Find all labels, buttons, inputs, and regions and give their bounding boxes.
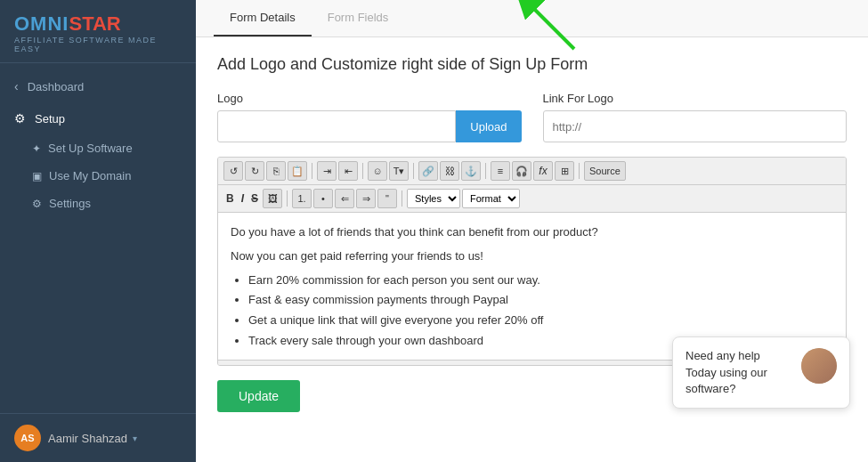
- sidebar-settings-label: Settings: [49, 197, 91, 210]
- sidebar-item-dashboard[interactable]: ‹ Dashboard: [0, 70, 196, 102]
- editor-bullet-1: Earn 20% commission for each person you …: [248, 272, 833, 290]
- logo-input[interactable]: [217, 110, 456, 142]
- logo-omni: OMNI: [14, 12, 69, 35]
- logo-input-row: Upload: [217, 110, 522, 142]
- logo-section: Logo Upload: [217, 92, 522, 142]
- sidebar-setup-software-label: Set Up Software: [48, 142, 133, 155]
- help-tooltip-content: Need any help Today using our software?: [685, 348, 792, 397]
- logo-label: Logo: [217, 92, 522, 105]
- help-tooltip: Need any help Today using our software?: [672, 336, 850, 409]
- monitor-icon: ▣: [32, 170, 42, 182]
- toolbar-decrease-indent-btn[interactable]: ⇐: [335, 189, 354, 208]
- help-text: Need any help Today using our software?: [685, 349, 767, 394]
- logo-star: STAR: [69, 12, 120, 35]
- toolbar-bold-btn[interactable]: B: [223, 192, 237, 205]
- toolbar-ul-btn[interactable]: •: [313, 189, 333, 208]
- toolbar-outdent-btn[interactable]: ⇤: [338, 161, 358, 181]
- user-menu[interactable]: AS Aamir Shahzad ▾: [0, 413, 196, 462]
- toolbar-sep-6: [287, 190, 288, 207]
- toolbar-image-btn[interactable]: 🖼: [263, 189, 282, 208]
- toolbar-sep-1: [312, 163, 312, 179]
- sidebar-dashboard-label: Dashboard: [28, 80, 85, 93]
- toolbar-row-2: B I S 🖼 1. • ⇐ ⇒ " Styles Format: [218, 185, 846, 213]
- gear-icon: ✦: [32, 142, 41, 155]
- chevron-left-icon: ‹: [14, 79, 19, 93]
- tab-form-details[interactable]: Form Details: [214, 0, 312, 36]
- update-button[interactable]: Update: [217, 380, 300, 412]
- toolbar-redo-btn[interactable]: ↻: [245, 161, 264, 181]
- toolbar-grid-btn[interactable]: ⊞: [555, 161, 574, 181]
- logo-subtitle: AFFILIATE SOFTWARE MADE EASY: [14, 36, 182, 53]
- sidebar-item-settings[interactable]: ⚙ Settings: [0, 190, 196, 217]
- toolbar-blockquote-btn[interactable]: ": [377, 189, 397, 208]
- toolbar-sep-5: [579, 163, 580, 179]
- toolbar-copy-btn[interactable]: ⎘: [266, 161, 286, 181]
- toolbar-increase-indent-btn[interactable]: ⇒: [356, 189, 376, 208]
- sidebar: OMNISTAR AFFILIATE SOFTWARE MADE EASY ‹ …: [0, 0, 196, 462]
- tab-form-fields[interactable]: Form Fields: [312, 0, 405, 36]
- help-avatar: [801, 348, 837, 384]
- link-label: Link For Logo: [543, 92, 848, 105]
- editor-bullet-3: Get a unique link that will give everyon…: [248, 312, 833, 330]
- app-logo: OMNISTAR AFFILIATE SOFTWARE MADE EASY: [0, 0, 196, 63]
- username-label: Aamir Shahzad: [48, 432, 127, 445]
- toolbar-italic-btn[interactable]: I: [239, 192, 247, 205]
- toolbar-link-btn[interactable]: 🔗: [418, 161, 438, 181]
- format-select[interactable]: Format: [462, 189, 520, 208]
- toolbar-headphone-btn[interactable]: 🎧: [512, 161, 531, 181]
- page-title: Add Logo and Customize right side of Sig…: [217, 55, 847, 74]
- toolbar-sep-4: [485, 163, 486, 179]
- help-avatar-image: [801, 348, 837, 384]
- upload-button[interactable]: Upload: [456, 110, 521, 142]
- toolbar-sep-2: [362, 163, 363, 179]
- editor-line-1: Do you have a lot of friends that you th…: [231, 223, 833, 242]
- styles-select[interactable]: Styles: [407, 189, 460, 208]
- editor-bullet-2: Fast & easy commission payments through …: [248, 291, 833, 310]
- settings-icon: ⚙: [32, 198, 42, 210]
- avatar: AS: [14, 425, 41, 451]
- toolbar-fx-btn[interactable]: fx: [533, 161, 553, 181]
- toolbar-indent-btn[interactable]: ⇥: [317, 161, 337, 181]
- toolbar-strikethrough-btn[interactable]: S: [248, 192, 261, 205]
- toolbar-row-1: ↺ ↻ ⎘ 📋 ⇥ ⇤ ☺ T▾ 🔗 ⛓ ⚓ ≡ 🎧 fx ⊞: [218, 158, 846, 185]
- toolbar-anchor-btn[interactable]: ⚓: [461, 161, 481, 181]
- sidebar-item-setup[interactable]: ⚙ Setup: [0, 102, 196, 134]
- sidebar-item-set-up-software[interactable]: ✦ Set Up Software: [0, 134, 196, 162]
- sidebar-use-my-domain-label: Use My Domain: [49, 169, 131, 182]
- editor-line-2: Now you can get paid referring your frie…: [231, 247, 833, 266]
- link-for-logo-input[interactable]: [543, 110, 848, 142]
- tabs-bar: Form Details Form Fields: [196, 0, 868, 37]
- toolbar-sep-3: [413, 163, 414, 179]
- toolbar-emoji-btn[interactable]: ☺: [368, 161, 387, 181]
- rich-text-editor: ↺ ↻ ⎘ 📋 ⇥ ⇤ ☺ T▾ 🔗 ⛓ ⚓ ≡ 🎧 fx ⊞: [217, 157, 847, 366]
- sidebar-item-use-my-domain[interactable]: ▣ Use My Domain: [0, 162, 196, 190]
- logo-link-row: Logo Upload Link For Logo: [217, 92, 847, 142]
- sidebar-nav: ‹ Dashboard ⚙ Setup ✦ Set Up Software ▣ …: [0, 63, 196, 413]
- toolbar-source-btn[interactable]: Source: [584, 161, 626, 181]
- sidebar-setup-label: Setup: [35, 112, 65, 126]
- toolbar-ol-btn[interactable]: 1.: [292, 189, 312, 208]
- toolbar-unlink-btn[interactable]: ⛓: [440, 161, 459, 181]
- toolbar-font-btn[interactable]: T▾: [389, 161, 409, 181]
- toolbar-align-left-btn[interactable]: ≡: [491, 161, 510, 181]
- link-section: Link For Logo: [543, 92, 848, 142]
- toolbar-undo-btn[interactable]: ↺: [223, 161, 243, 181]
- toolbar-paste-btn[interactable]: 📋: [288, 161, 307, 181]
- toolbar-sep-7: [402, 190, 402, 207]
- chevron-down-icon: ▾: [133, 434, 137, 443]
- main-content: Form Details Form Fields Add Logo and Cu…: [196, 0, 868, 462]
- setup-icon: ⚙: [14, 111, 26, 126]
